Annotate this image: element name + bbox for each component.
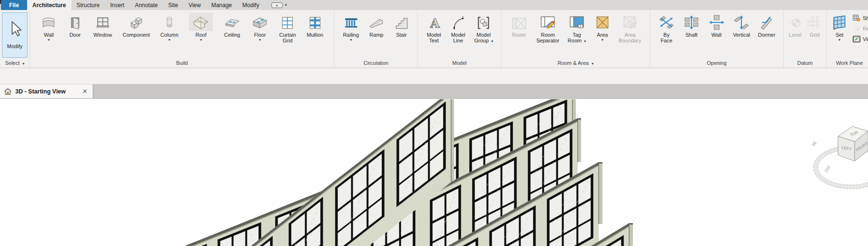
button-label: Wall <box>711 32 721 38</box>
component-button[interactable]: Component <box>123 12 150 38</box>
show-button[interactable]: Show <box>852 14 868 22</box>
panel-datum: .1LevelGridDatum <box>784 10 827 68</box>
door-icon <box>68 13 83 31</box>
dropdown-caret-icon[interactable]: ▾ <box>350 38 352 41</box>
panel-caret-icon[interactable]: ▾ <box>22 62 24 66</box>
stair-button[interactable]: Stair <box>394 12 410 38</box>
ceiling-button[interactable]: Ceiling <box>224 12 241 38</box>
panel-label-model: Model <box>418 59 501 67</box>
ribbon-display-toggle[interactable]: ▲ ▾ <box>271 0 287 10</box>
vertical-opening-icon <box>733 13 750 31</box>
drawing-canvas[interactable]: TOPLEFTFRONTWSW <box>0 99 868 246</box>
dropdown-caret-icon[interactable]: ▾ <box>838 38 840 41</box>
area-boundary-icon <box>621 13 639 31</box>
ribbon-tab-view[interactable]: View <box>183 0 206 10</box>
dropdown-caret-icon[interactable]: ▾ <box>200 38 202 41</box>
wall-button[interactable]: Wall <box>708 12 725 38</box>
column-icon <box>163 13 176 31</box>
button-label: Ref Plane <box>863 26 868 31</box>
button-label: Show <box>863 15 868 21</box>
button-label: Room <box>512 32 526 38</box>
ramp-button[interactable]: Ramp <box>367 12 385 38</box>
button-label: ModelText <box>427 32 441 43</box>
panel-model: AModelTextModelLineModelGroup ▾Model <box>418 10 502 68</box>
button-label: Floor <box>254 32 266 38</box>
door-button[interactable]: Door <box>68 12 83 38</box>
ribbon-tab-architecture[interactable]: Architecture <box>27 0 71 10</box>
dropdown-caret-icon[interactable]: ▾ <box>259 38 261 41</box>
panel-label-opening: Opening <box>650 59 783 67</box>
button-label: Roof <box>196 32 207 38</box>
ref-plane-button: Ref Plane <box>852 24 868 33</box>
tag-room-button[interactable]: 1TagRoom ▾ <box>568 12 586 44</box>
ribbon-tab-structure[interactable]: Structure <box>71 0 105 10</box>
vertical-button[interactable]: Vertical <box>733 12 750 38</box>
ribbon-tabs: ArchitectureStructureInsertAnnotateSiteV… <box>27 0 265 10</box>
modify-button[interactable]: Modify <box>2 12 28 58</box>
button-label: ModelGroup ▾ <box>474 32 493 44</box>
dropdown-caret-icon[interactable]: ▾ <box>168 38 170 41</box>
viewcube[interactable]: TOPLEFTFRONTWSW <box>810 126 868 189</box>
view-tab-close-icon[interactable]: ✕ <box>81 88 89 95</box>
mullion-icon <box>307 13 323 31</box>
button-label: Viewer <box>863 36 868 42</box>
button-label: Railing <box>343 32 359 38</box>
button-label: Dormer <box>758 32 776 38</box>
viewer-button[interactable]: Viewer <box>852 35 868 43</box>
svg-text:1: 1 <box>580 24 582 28</box>
panel-caret-icon[interactable]: ▾ <box>592 62 593 66</box>
floor-button[interactable]: Floor▾ <box>251 12 268 41</box>
set-icon <box>830 13 848 31</box>
3d-view[interactable]: TOPLEFTFRONTWSW <box>0 99 868 246</box>
room-icon <box>510 13 528 31</box>
ribbon-tab-site[interactable]: Site <box>163 0 183 10</box>
curtain-grid-icon <box>279 13 296 31</box>
roof-button[interactable]: Roof▾ <box>189 12 213 41</box>
roof-icon <box>189 13 213 31</box>
button-label: Ceiling <box>224 32 240 38</box>
model-group-button[interactable]: ModelGroup ▾ <box>474 12 493 44</box>
area-button[interactable]: Area▾ <box>594 12 611 41</box>
button-label: ModelLine <box>451 32 465 43</box>
panel-circulation: Railing▾RampStairCirculation <box>335 10 418 68</box>
svg-text:SW: SW <box>823 164 832 174</box>
view-tab-3d-starting-view[interactable]: 3D - Starting View ✕ <box>0 84 93 98</box>
ribbon-collapse-caret-icon[interactable]: ▾ <box>285 3 287 7</box>
dropdown-caret-icon[interactable]: ▾ <box>602 38 603 41</box>
room-separator-button[interactable]: RoomSeparator <box>536 12 559 43</box>
file-menu-button[interactable]: File <box>1 0 27 10</box>
ribbon-tab-annotate[interactable]: Annotate <box>129 0 163 10</box>
model-line-button[interactable]: ModelLine <box>450 12 466 43</box>
panel-label-datum: Datum <box>784 59 826 67</box>
window-button[interactable]: Window <box>93 12 112 38</box>
window-icon <box>95 13 111 31</box>
dropdown-caret-icon[interactable]: ▾ <box>584 39 586 43</box>
ribbon-tab-insert[interactable]: Insert <box>105 0 129 10</box>
button-label: Component <box>123 32 150 38</box>
panel-label-room-area[interactable]: Room & Area ▾ <box>502 59 650 67</box>
floor-icon <box>251 13 268 31</box>
wall-button[interactable]: Wall▾ <box>40 12 57 41</box>
mullion-button[interactable]: Mullion <box>307 12 324 38</box>
ribbon-tab-manage[interactable]: Manage <box>206 0 237 10</box>
set-button[interactable]: Set▾ <box>830 12 848 41</box>
svg-text:.1: .1 <box>789 18 791 21</box>
dropdown-caret-icon[interactable]: ▾ <box>491 39 493 43</box>
column-button[interactable]: Column▾ <box>160 12 178 41</box>
curtain-grid-button[interactable]: CurtainGrid <box>279 12 296 43</box>
show-workplane-icon <box>852 14 861 22</box>
viewer-icon <box>852 35 861 43</box>
button-label: Vertical <box>733 32 750 38</box>
by-face-button[interactable]: ByFace <box>658 12 675 43</box>
shaft-button[interactable]: Shaft <box>683 12 700 38</box>
ribbon-tab-modify[interactable]: Modify <box>237 0 264 10</box>
dormer-button[interactable]: Dormer <box>758 12 776 38</box>
ref-plane-icon <box>852 24 861 33</box>
button-label: RoomSeparator <box>536 32 559 43</box>
button-label: CurtainGrid <box>279 32 296 43</box>
model-text-button[interactable]: AModelText <box>426 12 442 43</box>
ribbon-collapse-icon[interactable]: ▲ <box>271 2 283 8</box>
railing-button[interactable]: Railing▾ <box>343 12 360 41</box>
dropdown-caret-icon[interactable]: ▾ <box>48 38 49 41</box>
panel-label-select[interactable]: Select ▾ <box>0 59 30 67</box>
